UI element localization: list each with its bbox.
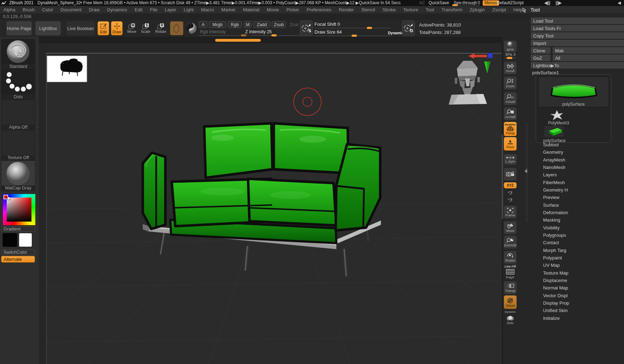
corner-arrow-icon[interactable]: ◀ [618, 0, 621, 6]
rotate-mode-button[interactable]: R Rotate [154, 21, 167, 35]
section-surface[interactable]: Surface [543, 202, 559, 208]
section-polygroups[interactable]: Polygroups [543, 233, 566, 238]
menu-preferences[interactable]: Preferences [303, 6, 335, 13]
section-initialize[interactable]: Initialize [543, 316, 560, 321]
sculptris-pro-toggle[interactable] [170, 21, 183, 35]
bpr-render-button[interactable]: BPR [504, 41, 517, 52]
quicksave-button[interactable]: QuickSave [429, 0, 449, 6]
frame-button[interactable]: Frame [504, 206, 517, 218]
polyframe-button[interactable]: PolyF [504, 268, 517, 280]
local-symmetry-button[interactable]: L.Sym [504, 154, 517, 165]
color-picker[interactable] [3, 194, 35, 225]
current-brush-tile[interactable]: Standard [1, 39, 35, 70]
menu-color[interactable]: Color [39, 6, 57, 13]
document-canvas[interactable] [46, 43, 502, 364]
lightbox-button[interactable]: LightBox [35, 21, 61, 35]
make-polymesh-button[interactable]: Mak [553, 47, 624, 54]
scroll-button[interactable]: Scroll [504, 61, 517, 74]
default-zscript-button[interactable]: DefaultZScript [497, 0, 524, 6]
recent-tool-polymesh3d[interactable] [549, 110, 565, 121]
collapse-right-tray-icon[interactable]: ||||▶ [555, 0, 561, 6]
rotate-z-button[interactable]: Z [504, 196, 517, 203]
camview-head[interactable] [449, 61, 487, 105]
current-material-tile[interactable]: MatCap Gray [1, 160, 35, 191]
current-texture-tile[interactable]: Texture Off [1, 130, 35, 161]
section-texture-map[interactable]: Texture Map [543, 270, 569, 276]
rgb-button[interactable]: Rgb [228, 21, 242, 28]
menu-stencil[interactable]: Stencil [358, 6, 379, 13]
move-canvas-button[interactable]: Move [504, 221, 517, 234]
sofa-model[interactable] [143, 123, 381, 276]
color-saturation-square[interactable] [7, 198, 31, 222]
current-stroke-tile[interactable]: Dots [1, 69, 35, 100]
menu-brush[interactable]: Brush [19, 6, 39, 13]
draw-mode-button[interactable]: Draw [111, 21, 123, 35]
section-nanomesh[interactable]: NanoMesh [543, 165, 565, 170]
move-mode-button[interactable]: M Move [125, 21, 138, 35]
dynamic-brush-d-button[interactable]: D [402, 20, 415, 36]
anchor-a-button[interactable]: A [199, 21, 207, 28]
goz-all-button[interactable]: All [553, 55, 624, 61]
goz-button[interactable]: GoZ [531, 55, 551, 61]
canvas-hscrollbar[interactable] [0, 37, 502, 43]
zadd-button[interactable]: Zadd [253, 21, 270, 28]
rotate-canvas-button[interactable]: Rotate [504, 251, 517, 264]
section-masking[interactable]: Masking [543, 217, 560, 223]
color-selector-handle[interactable] [7, 197, 10, 200]
section-unified-skin[interactable]: Unified Skin [543, 308, 567, 313]
secondary-color-swatch[interactable] [19, 233, 32, 247]
canvas-hscroll-thumb[interactable] [215, 39, 261, 42]
section-preview[interactable]: Preview [543, 195, 559, 200]
zoom3d-button[interactable]: Zoom3D [504, 236, 517, 248]
section-contact[interactable]: Contact [543, 240, 559, 245]
current-tool-thumbnail[interactable]: polySurface [538, 77, 609, 107]
import-button[interactable]: Import [531, 40, 624, 46]
copy-tool-button[interactable]: Copy Tool [531, 33, 624, 39]
section-vector-displacement[interactable]: Vector Displ [543, 293, 567, 298]
menu-texture[interactable]: Texture [400, 6, 422, 13]
menu-movie[interactable]: Movie [263, 6, 283, 13]
zcut-button[interactable]: Zcut [287, 21, 301, 28]
menu-render[interactable]: Render [335, 6, 358, 13]
lightbox-to-button[interactable]: Lightbox▶To [531, 62, 624, 69]
switch-color-button[interactable]: SwitchColor [1, 249, 35, 255]
rotate-y-button[interactable]: Y [504, 189, 517, 196]
main-color-swatch[interactable] [2, 233, 17, 247]
menu-picker[interactable]: Picker [283, 6, 303, 13]
zbrush-camera-button[interactable] [504, 168, 517, 181]
actual-size-button[interactable]: x1 Actual [504, 92, 517, 105]
current-alpha-tile[interactable]: Alpha Off [1, 100, 35, 130]
home-page-button[interactable]: Home Page [6, 21, 32, 35]
perspective-button[interactable]: Dynamic Persp [504, 122, 517, 136]
menu-marker[interactable]: Marker [218, 6, 239, 13]
menu-light[interactable]: Light [180, 6, 198, 13]
live-boolean-button[interactable]: Live Boolean [66, 21, 95, 35]
menu-macro[interactable]: Macro [198, 6, 218, 13]
right-tray-collapse-handle[interactable] [524, 169, 527, 173]
menu-transform[interactable]: Transform [438, 6, 466, 13]
spix-slider-thumb[interactable] [507, 57, 512, 59]
document-thumbnail[interactable] [47, 56, 87, 82]
section-arraymesh[interactable]: ArrayMesh [543, 157, 565, 163]
zoom-button[interactable]: Zoom [504, 77, 517, 89]
right-divider-strip[interactable] [526, 124, 528, 223]
floor-button[interactable]: Floor [504, 137, 517, 151]
section-polypaint[interactable]: Polypaint [543, 255, 562, 260]
section-visibility[interactable]: Visibility [543, 225, 560, 230]
gradient-label[interactable]: Gradient [1, 226, 35, 232]
section-uv-map[interactable]: UV Map [543, 263, 560, 268]
section-geometry-hd[interactable]: Geometry H [543, 187, 568, 193]
menu-tool[interactable]: Tool [422, 6, 438, 13]
draw-size-thumb[interactable] [352, 35, 357, 37]
z-intensity-track[interactable] [252, 35, 304, 36]
zsub-button[interactable]: Zsub [272, 21, 286, 28]
menu-edit[interactable]: Edit [131, 6, 146, 13]
menu-stroke[interactable]: Stroke [379, 6, 400, 13]
recent-tool-polysurface[interactable] [544, 125, 564, 137]
section-deformation[interactable]: Deformation [543, 210, 568, 215]
menu-alpha[interactable]: Alpha [0, 6, 19, 13]
section-displacement[interactable]: Displaceme [543, 278, 567, 283]
focal-shift-track[interactable] [314, 28, 390, 28]
menu-dynamics[interactable]: Dynamics [104, 6, 131, 13]
section-subtool[interactable]: Subtool [543, 142, 559, 147]
